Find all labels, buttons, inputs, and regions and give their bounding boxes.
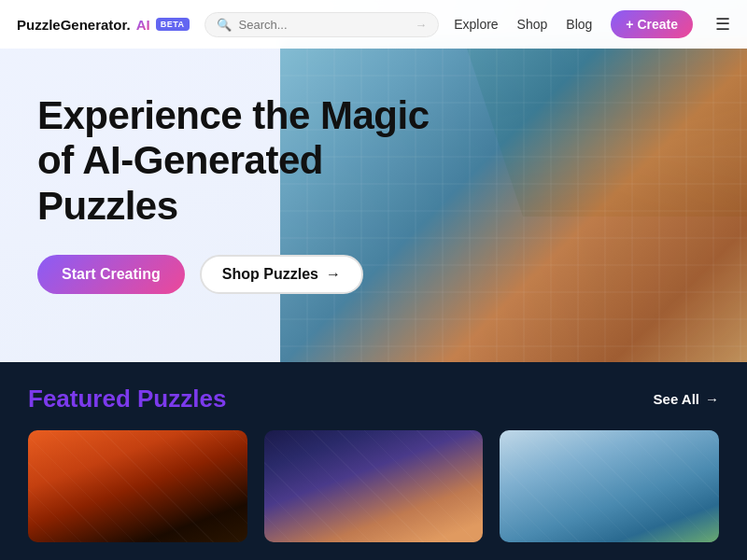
puzzle-cards-grid [28,430,719,542]
search-input[interactable] [239,18,408,32]
beta-badge: BETA [156,18,190,31]
search-icon: 🔍 [217,18,232,32]
nav-blog[interactable]: Blog [566,17,592,32]
logo: PuzzleGenerator.AI BETA [17,17,190,33]
see-all-link[interactable]: See All → [654,391,719,407]
search-bar[interactable]: 🔍 → [204,12,440,37]
puzzle-card-windmill[interactable] [500,430,719,542]
puzzle-card-astronaut[interactable] [264,430,484,542]
hero-content: Experience the Magic of AI-Generated Puz… [37,93,467,294]
card-texture [28,430,247,542]
hamburger-icon[interactable]: ☰ [715,14,730,35]
card-texture [500,430,719,542]
shop-puzzles-button[interactable]: Shop Puzzles → [200,255,363,294]
start-creating-button[interactable]: Start Creating [37,255,185,294]
create-button[interactable]: + Create [611,10,693,38]
nav-shop[interactable]: Shop [517,17,548,32]
featured-header: Featured Puzzles See All → [28,385,719,413]
nav-links: Explore Shop Blog + Create ☰ [454,10,730,38]
hero-section: Experience the Magic of AI-Generated Puz… [0,0,747,364]
navbar: PuzzleGenerator.AI BETA 🔍 → Explore Shop… [0,0,747,49]
puzzle-card-sunset[interactable] [28,430,247,542]
hero-title: Experience the Magic of AI-Generated Puz… [37,93,467,229]
search-arrow-icon[interactable]: → [415,18,427,32]
featured-section: Featured Puzzles See All → [0,362,747,560]
hero-buttons: Start Creating Shop Puzzles → [37,255,467,294]
featured-title: Featured Puzzles [28,385,226,413]
logo-ai: AI [136,17,150,33]
logo-text: PuzzleGenerator. [17,17,131,33]
card-texture [264,430,484,542]
nav-explore[interactable]: Explore [454,17,498,32]
